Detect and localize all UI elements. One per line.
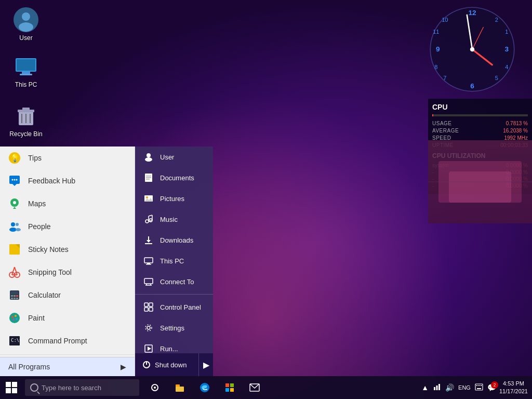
language-icon[interactable]: ENG [458,384,471,391]
svg-point-2 [19,22,33,32]
show-hidden-icons-button[interactable]: ▲ [421,383,429,392]
right-pictures-icon [143,193,154,204]
menu-item-sticky-notes[interactable]: Sticky Notes [0,238,135,261]
all-programs-label: All Programs [8,363,50,371]
svg-rect-88 [146,264,151,265]
start-menu-left-panel: 💡 Tips Feedback Hub [0,147,135,376]
svg-point-75 [146,196,148,198]
right-downloads-label: Downloads [160,236,193,244]
sticky-notes-label: Sticky Notes [28,245,69,254]
right-menu-item-controlpanel[interactable]: Control Panel [135,297,213,317]
edge-browser-icon [200,382,210,393]
taskbar-search[interactable]: Type here to search [25,379,139,396]
right-menu-item-music[interactable]: Music [135,209,213,230]
menu-item-people[interactable]: People [0,215,135,238]
svg-rect-95 [144,308,148,311]
right-user-icon [143,152,154,162]
right-downloads-icon [143,235,154,245]
svg-marker-100 [148,347,151,351]
sticky-notes-icon [8,243,21,256]
right-controlpanel-label: Control Panel [160,303,201,311]
menu-item-calculator[interactable]: Calculator [0,284,135,307]
keyboard-icon [475,383,483,391]
menu-item-snipping-tool[interactable]: Snipping Tool [0,261,135,284]
taskbar-time-display: 4:53 PM [499,380,528,388]
svg-rect-60 [16,298,18,299]
svg-line-81 [149,215,152,216]
svg-rect-58 [11,298,13,299]
svg-rect-89 [144,278,153,284]
svg-point-42 [11,222,15,227]
windows-logo-icon [6,382,17,393]
taskbar-date-display: 11/17/2021 [499,388,528,395]
paint-label: Paint [28,314,45,322]
keyboard-layout-icon[interactable] [475,383,483,392]
right-settings-label: Settings [160,324,184,332]
notifications-button[interactable]: 💬 2 [487,383,496,392]
edge-browser-button[interactable] [193,376,216,399]
shutdown-arrow-button[interactable]: ▶ [198,353,213,376]
task-view-icon [150,383,160,392]
start-button[interactable] [0,376,23,399]
right-menu-item-connectto[interactable]: Connect To [135,271,213,292]
svg-rect-56 [14,295,16,297]
svg-point-61 [9,313,20,323]
task-view-button[interactable] [143,376,166,399]
svg-text:6: 6 [470,82,474,90]
svg-rect-111 [230,388,234,392]
svg-text:12: 12 [468,9,476,17]
svg-point-98 [145,325,152,331]
right-menu-item-pictures[interactable]: Pictures [135,188,213,209]
svg-rect-93 [144,303,148,307]
shutdown-button[interactable]: Shut down [135,353,198,376]
svg-rect-86 [144,258,153,263]
menu-item-command-prompt[interactable]: C:\>_ Command Prompt [0,329,135,352]
feedback-hub-label: Feedback Hub [28,177,75,185]
right-menu-item-user[interactable]: User [135,147,213,167]
cpu-graph-area [428,140,532,223]
maps-label: Maps [28,200,46,208]
menu-item-maps[interactable]: Maps [0,192,135,215]
svg-rect-119 [481,385,482,386]
svg-rect-73 [146,179,150,180]
right-menu-item-settings[interactable]: Settings [135,317,213,338]
right-menu-item-documents[interactable]: Documents [135,167,213,188]
svg-marker-84 [147,240,151,243]
mail-button[interactable] [243,376,266,399]
svg-rect-108 [225,383,229,387]
cpu-usage-row: USAGE 0.7813 % [432,121,528,126]
svg-rect-106 [176,387,184,392]
svg-text:3: 3 [505,45,509,53]
thispc-icon-image [14,54,38,79]
tips-label: Tips [28,154,42,162]
volume-icon[interactable]: 🔊 [445,383,454,392]
notification-badge: 2 [491,381,498,389]
right-menu-item-downloads[interactable]: Downloads [135,230,213,250]
right-menu-item-thispc[interactable]: This PC [135,250,213,271]
snipping-tool-icon [8,266,21,278]
store-button[interactable] [218,376,241,399]
desktop-icon-recyclebin[interactable]: Recycle Bin [5,101,47,140]
right-settings-icon [143,323,154,333]
clock-widget: 12 3 6 9 2 1 10 11 7 8 5 4 [428,5,527,96]
svg-point-77 [145,220,149,223]
right-connectto-label: Connect To [160,278,194,286]
all-programs-item[interactable]: All Programs ▶ [0,357,135,376]
svg-rect-118 [478,385,480,386]
desktop-icon-user[interactable]: User [5,5,47,44]
taskbar-clock[interactable]: 4:53 PM 11/17/2021 [499,380,528,396]
svg-rect-113 [434,387,435,390]
menu-item-paint[interactable]: Paint [0,307,135,329]
svg-rect-72 [146,177,151,178]
cpu-average-value: 16.2038 % [503,128,528,134]
menu-item-tips[interactable]: 💡 Tips [0,147,135,169]
menu-item-feedback-hub[interactable]: Feedback Hub [0,169,135,192]
desktop-icon-thispc[interactable]: This PC [5,52,47,90]
file-explorer-button[interactable] [168,376,191,399]
file-explorer-icon [175,382,185,393]
paint-icon [8,312,21,324]
thispc-icon-label: This PC [15,81,37,88]
recyclebin-icon-image [14,103,38,128]
network-icon[interactable] [433,383,441,393]
svg-point-40 [13,201,16,204]
